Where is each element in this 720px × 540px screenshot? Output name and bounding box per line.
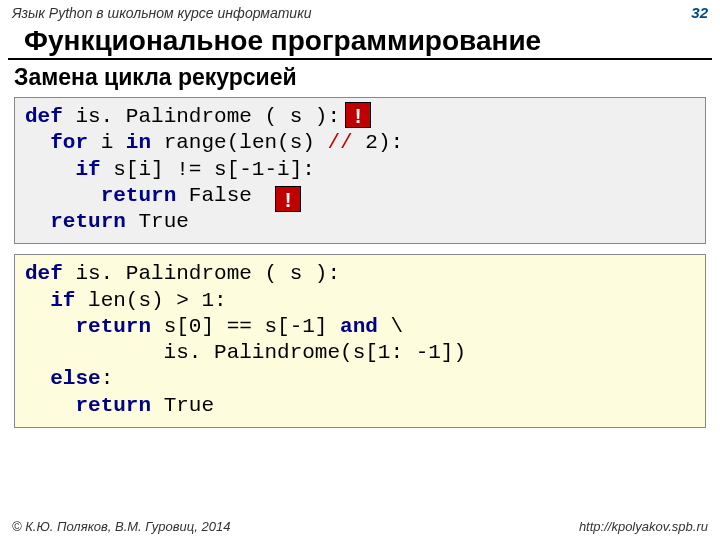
- code-text: 2):: [353, 131, 403, 154]
- code-text: True: [151, 394, 214, 417]
- copyright-symbol: ©: [12, 519, 22, 534]
- slide-footer: © К.Ю. Поляков, В.М. Гуровиц, 2014 http:…: [0, 519, 720, 534]
- keyword-return: return: [75, 394, 151, 417]
- keyword-and: and: [340, 315, 378, 338]
- code-text: is. Palindrome ( s ):: [63, 105, 340, 128]
- attention-badge: !: [345, 102, 371, 128]
- code-block-recursive: def is. Palindrome ( s ): if len(s) > 1:…: [14, 254, 706, 428]
- keyword-for: for: [50, 131, 88, 154]
- slide-header: Язык Python в школьном курсе информатики…: [0, 0, 720, 23]
- keyword-def: def: [25, 105, 63, 128]
- code-text: range(len(s): [151, 131, 327, 154]
- code-text: s[i] != s[-1-i]:: [101, 158, 315, 181]
- code-text: i: [88, 131, 126, 154]
- code-text: :: [101, 367, 114, 390]
- slide-subtitle: Замена цикла рекурсией: [0, 60, 720, 97]
- keyword-return: return: [101, 184, 177, 207]
- authors-text: К.Ю. Поляков, В.М. Гуровиц, 2014: [22, 519, 231, 534]
- keyword-if: if: [50, 289, 75, 312]
- slide-title: Функциональное программирование: [8, 23, 712, 60]
- footer-url: http://kpolyakov.spb.ru: [579, 519, 708, 534]
- keyword-return: return: [75, 315, 151, 338]
- keyword-def: def: [25, 262, 63, 285]
- page-number: 32: [691, 4, 708, 21]
- code-text: is. Palindrome(s[1: -1]): [25, 341, 466, 364]
- code-text: \: [378, 315, 403, 338]
- code-text: True: [126, 210, 189, 233]
- course-title: Язык Python в школьном курсе информатики: [12, 5, 312, 21]
- keyword-if: if: [75, 158, 100, 181]
- code-text: False: [176, 184, 252, 207]
- code-block-iterative: def is. Palindrome ( s ): for i in range…: [14, 97, 706, 244]
- code-text: len(s) > 1:: [75, 289, 226, 312]
- operator-floordiv: //: [328, 131, 353, 154]
- code-text: is. Palindrome ( s ):: [63, 262, 340, 285]
- attention-badge: !: [275, 186, 301, 212]
- code-text: s[0] == s[-1]: [151, 315, 340, 338]
- keyword-else: else: [50, 367, 100, 390]
- footer-authors: © К.Ю. Поляков, В.М. Гуровиц, 2014: [12, 519, 230, 534]
- keyword-return: return: [50, 210, 126, 233]
- keyword-in: in: [126, 131, 151, 154]
